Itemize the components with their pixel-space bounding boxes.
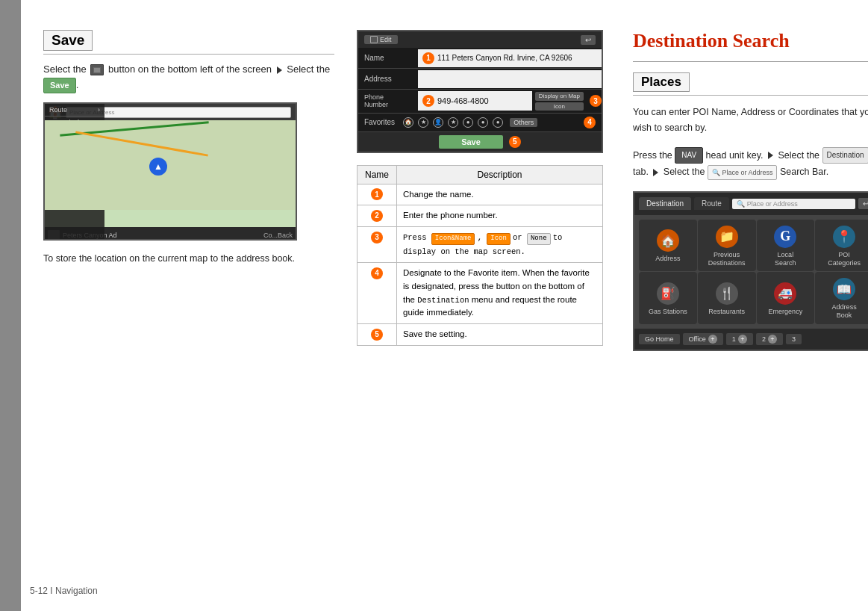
save-icon: [90, 64, 104, 75]
badge-4: 4: [584, 117, 596, 128]
edit-icon: [370, 36, 378, 43]
save-btn-inline: Save: [43, 78, 76, 94]
nav-prev-dest[interactable]: 📁 PreviousDestinations: [698, 220, 756, 272]
office-add-icon: +: [708, 335, 717, 344]
description-table: Name Description 1 Change the name. 2 En…: [357, 165, 603, 346]
sui-phone-field[interactable]: 2 949-468-4800: [418, 91, 532, 111]
places-title: Places: [633, 72, 690, 92]
save-ui-screenshot: Edit ↩ Name 1 111 Peters Canyon Rd. Irvi…: [357, 30, 603, 153]
places-title-box: Places: [633, 72, 868, 96]
sui-name-field[interactable]: 1 111 Peters Canyon Rd. Irvine, CA 92606: [418, 49, 602, 67]
table-desc-2: Enter the phone number.: [397, 205, 603, 227]
nav-address-book[interactable]: 📖 AddressBook: [815, 272, 868, 324]
sidebar-route: Route›: [45, 104, 104, 117]
left-sidebar: [0, 0, 21, 611]
sui-display-col: Display on Map Icon: [532, 90, 587, 113]
fav-dot3[interactable]: ●: [493, 117, 503, 128]
map-body: ▲: [45, 120, 296, 210]
nav-gas-stations[interactable]: ⛽ Gas Stations: [639, 272, 697, 324]
sui-others-btn[interactable]: Others: [510, 118, 537, 127]
nav-route-tab[interactable]: Route: [694, 197, 729, 210]
badge-3: 3: [590, 95, 602, 107]
sui-address-row: Address: [358, 69, 602, 90]
slot1-add-icon: +: [738, 335, 747, 344]
emergency-icon: 🚑: [774, 282, 796, 305]
nav-dest-tab[interactable]: Destination: [639, 197, 691, 210]
poi-icon: 📍: [833, 226, 855, 248]
table-num-1: 1: [357, 184, 397, 205]
nav-local-search[interactable]: G LocalSearch: [757, 220, 815, 272]
sui-name-row: Name 1 111 Peters Canyon Rd. Irvine, CA …: [358, 48, 602, 69]
nav-arrow-icon: ▲: [149, 158, 167, 176]
sui-display-btn[interactable]: Display on Map: [535, 92, 584, 101]
nav-restaurants[interactable]: 🍴 Restaurants: [698, 272, 756, 324]
table-desc-4: Designate to the Favorite item. When the…: [397, 262, 603, 323]
right-section: Destination Search Places You can enter …: [633, 30, 868, 589]
gas-icon: ⛽: [657, 282, 679, 305]
table-row: 2 Enter the phone number.: [357, 205, 603, 227]
nav-slot-3[interactable]: 3: [786, 334, 802, 344]
nav-office[interactable]: Office +: [683, 333, 723, 345]
dest-tab-btn: Destination: [822, 147, 868, 164]
nav-grid: 🏠 Address 📁 PreviousDestinations G Local…: [634, 215, 868, 329]
nav-slot-1[interactable]: 1 +: [726, 333, 753, 345]
save-description: Select the button on the bottom left of …: [43, 62, 334, 93]
search-bar-btn: 🔍 Place or Address: [708, 165, 778, 180]
slot2-add-icon: +: [768, 335, 777, 344]
search-icon-small: 🔍: [712, 169, 722, 176]
sui-save-action-btn[interactable]: Save: [439, 135, 503, 149]
table-row: 4 Designate to the Favorite item. When t…: [357, 262, 603, 323]
none-btn: None: [527, 233, 551, 245]
nav-key: NAV: [675, 147, 703, 164]
arrow-icon-1: [768, 152, 773, 159]
nav-back-btn[interactable]: ↩: [858, 198, 868, 209]
table-num-5: 5: [357, 324, 397, 346]
icon-btn: Icon: [487, 233, 511, 245]
places-desc: You can enter POI Name, Address or Coord…: [633, 105, 868, 137]
sui-phone-label: Phone Number: [358, 90, 418, 113]
col-name: Name: [357, 165, 397, 184]
center-section: Edit ↩ Name 1 111 Peters Canyon Rd. Irvi…: [357, 30, 611, 589]
table-num-4: 4: [357, 262, 397, 323]
sui-icon-btn[interactable]: Icon: [535, 102, 584, 111]
nav-bottom-bar: Go Home Office + 1 + 2 + 3: [634, 329, 868, 350]
nav-emergency[interactable]: 🚑 Emergency: [757, 272, 815, 324]
address-book-icon: 📖: [833, 278, 855, 300]
nav-instructions: Press the NAV head unit key. Select the …: [633, 147, 868, 181]
icon-name-btn: Icon&Name: [431, 233, 475, 245]
arrow-icon-2: [653, 169, 658, 176]
sui-back-btn[interactable]: ↩: [581, 35, 596, 45]
fav-star1[interactable]: ★: [418, 117, 428, 128]
sui-edit-btn[interactable]: Edit: [364, 35, 398, 44]
table-row: 5 Save the setting.: [357, 324, 603, 346]
fav-dot1[interactable]: ●: [463, 117, 473, 128]
nav-poi-categories[interactable]: 📍 POICategories: [815, 220, 868, 272]
table-num-3: 3: [357, 227, 397, 263]
address-icon: 🏠: [657, 229, 679, 252]
sui-address-field[interactable]: [418, 70, 602, 88]
fav-star2[interactable]: ★: [448, 117, 458, 128]
page-footer: 5-12 I Navigation: [30, 586, 98, 596]
prev-dest-icon: 📁: [716, 226, 738, 248]
badge-2: 2: [422, 95, 434, 107]
table-row: 3 Press Icon&Name , Icon or None to disp…: [357, 227, 603, 263]
sui-favorites-row: Favorites 🏠 ★ 👤 ★ ● ● ● Others 4: [358, 114, 602, 132]
save-title-box: Save: [43, 30, 334, 55]
fav-person[interactable]: 👤: [433, 117, 443, 128]
fav-dot2[interactable]: ●: [478, 117, 488, 128]
nav-search-icon: 🔍: [737, 200, 745, 208]
save-section: Save Select the button on the bottom lef…: [43, 30, 334, 589]
map-screenshot: 🏠 Place or Address Route› Map Display› P…: [43, 102, 297, 241]
nav-screenshot: Destination Route 🔍 Place or Address ↩ 🏠…: [633, 191, 868, 351]
sui-save-row: Save 5: [358, 132, 602, 152]
nav-slot-2[interactable]: 2 +: [756, 333, 783, 345]
store-text: To store the location on the current map…: [43, 251, 334, 267]
route-line-orange: [75, 131, 208, 157]
table-desc-5: Save the setting.: [397, 324, 603, 346]
fav-home[interactable]: 🏠: [403, 117, 413, 128]
nav-address[interactable]: 🏠 Address: [639, 220, 697, 272]
nav-go-home[interactable]: Go Home: [639, 334, 680, 344]
dest-search-title: Destination Search: [633, 30, 868, 52]
nav-search-bar[interactable]: 🔍 Place or Address: [732, 199, 855, 209]
arrow-right-icon: [277, 66, 282, 74]
